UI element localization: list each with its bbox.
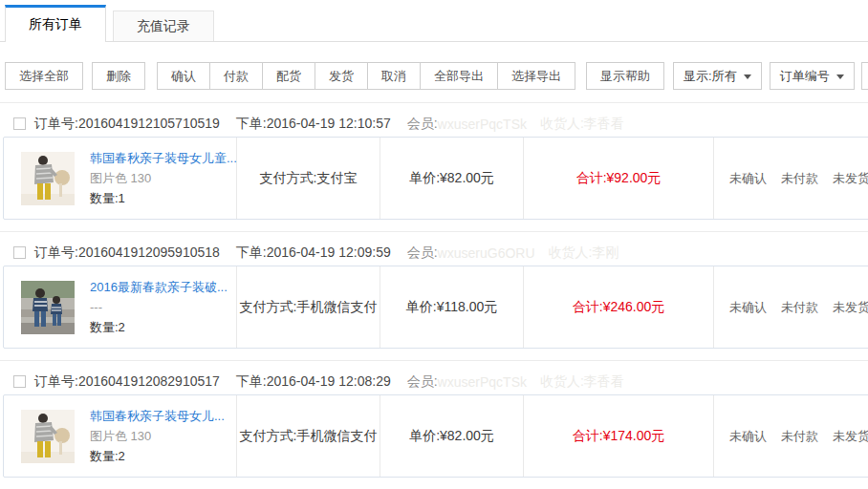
product-variant: 图片色 130: [90, 168, 237, 188]
product-info: 韩国春秋亲子装母女儿... 图片色 130 数量:2: [90, 406, 225, 466]
payment-method: 支付方式:手机微信支付: [237, 395, 380, 477]
unit-price: 单价:¥82.00元: [380, 395, 524, 477]
order-number: 订单号:2016041912095910518: [34, 244, 220, 262]
action-button-group: 确认 付款 配货 发货 取消 全部导出 选择导出: [157, 62, 575, 90]
tab-all-orders[interactable]: 所有订单: [5, 5, 106, 42]
product-quantity: 数量:2: [90, 446, 225, 466]
status-unconfirmed: 未确认: [729, 428, 767, 445]
search-type-label: 订单编号: [780, 68, 830, 85]
order-checkbox[interactable]: [13, 375, 26, 388]
order-detail-box: 韩国春秋亲子装母女儿... 图片色 130 数量:2 支付方式:手机微信支付 单…: [3, 394, 868, 478]
tab-bar: 所有订单 充值记录: [0, 0, 868, 42]
order-checkbox[interactable]: [13, 246, 26, 259]
product-cell: 2016最新春款亲子装破... --- 数量:2: [4, 266, 237, 348]
order-placed-time: 下单:2016-04-19 12:10:57: [236, 116, 391, 133]
order-total: 合计:¥92.00元: [524, 138, 714, 219]
product-title-link[interactable]: 韩国春秋亲子装母女儿...: [90, 406, 225, 426]
export-all-button[interactable]: 全部导出: [421, 62, 498, 90]
toolbar: 选择全部 删除 确认 付款 配货 发货 取消 全部导出 选择导出 显示帮助 显示…: [5, 62, 868, 90]
status-unpaid: 未付款: [781, 428, 818, 445]
confirm-button[interactable]: 确认: [157, 62, 210, 90]
pay-button[interactable]: 付款: [210, 62, 263, 90]
order-checkbox[interactable]: [13, 117, 26, 130]
order-header: 订单号:2016041912105710519 下单:2016-04-19 12…: [0, 111, 868, 137]
chevron-down-icon: [744, 74, 751, 79]
order-status: 未确认 未付款 未发货: [714, 266, 868, 348]
status-unshipped: 未发货: [833, 170, 868, 187]
status-unconfirmed: 未确认: [729, 170, 767, 187]
product-quantity: 数量:2: [90, 317, 228, 337]
order-detail-box: 韩国春秋亲子装母女儿童... 图片色 130 数量:1 支付方式:支付宝 单价:…: [3, 137, 868, 220]
member-value: wxuserPqcTSk: [438, 374, 527, 390]
product-title-link[interactable]: 韩国春秋亲子装母女儿童...: [90, 148, 237, 168]
product-image[interactable]: [21, 281, 75, 334]
member-value: wxuserPqcTSk: [438, 117, 527, 132]
order-total: 合计:¥174.00元: [524, 395, 714, 477]
search-type-dropdown[interactable]: 订单编号: [770, 62, 855, 90]
member-label: 会员:: [407, 116, 438, 133]
cancel-button[interactable]: 取消: [368, 62, 421, 90]
order-row: 订单号:2016041912095910518 下单:2016-04-19 12…: [0, 231, 868, 360]
tab-recharge-records[interactable]: 充值记录: [113, 11, 214, 41]
payment-method: 支付方式:手机微信支付: [237, 266, 380, 348]
receiver-value: 收货人:李香看: [540, 116, 624, 133]
allocate-button[interactable]: 配货: [263, 62, 315, 90]
order-status: 未确认 未付款 未发货: [714, 138, 868, 219]
ship-button[interactable]: 发货: [315, 62, 368, 90]
order-total: 合计:¥246.00元: [524, 266, 714, 348]
product-cell: 韩国春秋亲子装母女儿... 图片色 130 数量:2: [4, 395, 237, 477]
chevron-down-icon: [836, 74, 844, 79]
status-unshipped: 未发货: [833, 428, 868, 445]
toolbar-right-cluster: 显示:所有 订单编号: [673, 62, 868, 90]
unit-price: 单价:¥82.00元: [380, 138, 524, 219]
order-placed-time: 下单:2016-04-19 12:09:59: [236, 244, 391, 262]
product-title-link[interactable]: 2016最新春款亲子装破...: [90, 277, 228, 297]
status-unpaid: 未付款: [781, 170, 818, 187]
order-search-input[interactable]: [861, 62, 868, 90]
unit-price: 单价:¥118.00元: [380, 266, 524, 348]
show-filter-dropdown[interactable]: 显示:所有: [673, 62, 762, 90]
product-quantity: 数量:1: [90, 188, 237, 208]
status-unconfirmed: 未确认: [729, 299, 767, 316]
show-help-button[interactable]: 显示帮助: [586, 62, 664, 90]
product-variant: 图片色 130: [90, 426, 225, 446]
order-row: 订单号:2016041912105710519 下单:2016-04-19 12…: [0, 102, 868, 231]
export-selected-button[interactable]: 选择导出: [498, 62, 575, 90]
status-unpaid: 未付款: [781, 299, 818, 316]
order-row: 订单号:2016041912082910517 下单:2016-04-19 12…: [0, 360, 868, 489]
order-list: 订单号:2016041912105710519 下单:2016-04-19 12…: [0, 102, 868, 489]
order-number: 订单号:2016041912105710519: [34, 116, 220, 133]
order-status: 未确认 未付款 未发货: [714, 395, 868, 477]
payment-method: 支付方式:支付宝: [237, 138, 380, 219]
order-header: 订单号:2016041912095910518 下单:2016-04-19 12…: [0, 240, 868, 266]
show-filter-label: 显示:所有: [684, 68, 737, 85]
member-label: 会员:: [407, 244, 438, 262]
member-value: wxuseruG6ORU: [438, 245, 535, 261]
receiver-value: 收货人:李香看: [540, 373, 624, 391]
order-detail-box: 2016最新春款亲子装破... --- 数量:2 支付方式:手机微信支付 单价:…: [3, 266, 868, 349]
product-image[interactable]: [21, 152, 75, 205]
member-label: 会员:: [407, 373, 438, 391]
product-cell: 韩国春秋亲子装母女儿童... 图片色 130 数量:1: [4, 138, 237, 219]
status-unshipped: 未发货: [833, 299, 868, 316]
receiver-value: 收货人:李刚: [549, 244, 619, 262]
select-all-button[interactable]: 选择全部: [5, 62, 83, 90]
order-header: 订单号:2016041912082910517 下单:2016-04-19 12…: [0, 369, 868, 394]
product-variant: ---: [90, 297, 228, 317]
order-placed-time: 下单:2016-04-19 12:08:29: [236, 373, 391, 391]
product-info: 韩国春秋亲子装母女儿童... 图片色 130 数量:1: [90, 148, 237, 208]
delete-button[interactable]: 删除: [92, 62, 145, 90]
order-number: 订单号:2016041912082910517: [34, 373, 220, 391]
product-image[interactable]: [21, 410, 75, 463]
product-info: 2016最新春款亲子装破... --- 数量:2: [90, 277, 228, 337]
